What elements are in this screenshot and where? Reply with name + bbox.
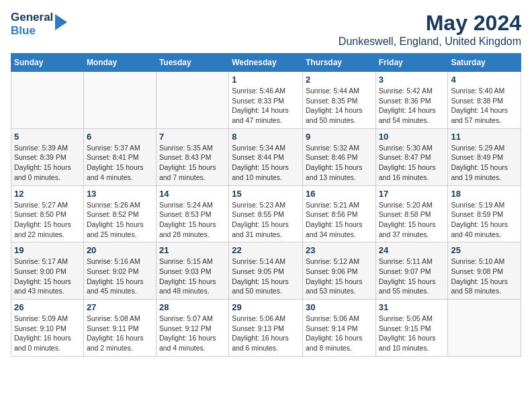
calendar-cell: 2Sunrise: 5:44 AMSunset: 8:35 PMDaylight… — [302, 72, 375, 129]
day-info: Sunrise: 5:26 AMSunset: 8:52 PMDaylight:… — [87, 200, 153, 240]
col-header-tuesday: Tuesday — [156, 54, 228, 72]
day-info: Sunrise: 5:27 AMSunset: 8:50 PMDaylight:… — [14, 200, 81, 240]
calendar-week-row: 12Sunrise: 5:27 AMSunset: 8:50 PMDayligh… — [11, 185, 521, 242]
day-number: 28 — [159, 302, 226, 312]
calendar-cell: 21Sunrise: 5:15 AMSunset: 9:03 PMDayligh… — [156, 242, 228, 300]
day-number: 30 — [306, 302, 373, 312]
day-number: 18 — [451, 189, 518, 199]
calendar-cell: 6Sunrise: 5:37 AMSunset: 8:41 PMDaylight… — [83, 128, 156, 185]
day-number: 20 — [87, 245, 153, 255]
col-header-wednesday: Wednesday — [229, 54, 303, 72]
day-info: Sunrise: 5:20 AMSunset: 8:58 PMDaylight:… — [379, 200, 445, 240]
day-info: Sunrise: 5:32 AMSunset: 8:46 PMDaylight:… — [306, 143, 373, 183]
calendar-cell — [156, 72, 228, 129]
day-number: 3 — [379, 75, 445, 85]
calendar-cell: 23Sunrise: 5:12 AMSunset: 9:06 PMDayligh… — [302, 242, 375, 300]
calendar-cell: 30Sunrise: 5:06 AMSunset: 9:14 PMDayligh… — [302, 300, 375, 357]
day-number: 24 — [379, 245, 445, 255]
col-header-sunday: Sunday — [11, 54, 84, 72]
day-info: Sunrise: 5:42 AMSunset: 8:36 PMDaylight:… — [379, 86, 445, 126]
calendar-cell: 31Sunrise: 5:05 AMSunset: 9:15 PMDayligh… — [375, 300, 448, 357]
calendar-cell: 8Sunrise: 5:34 AMSunset: 8:44 PMDaylight… — [229, 128, 303, 185]
day-number: 23 — [306, 245, 373, 255]
day-info: Sunrise: 5:07 AMSunset: 9:12 PMDaylight:… — [159, 314, 226, 353]
day-info: Sunrise: 5:14 AMSunset: 9:05 PMDaylight:… — [232, 257, 300, 296]
calendar-week-row: 19Sunrise: 5:17 AMSunset: 9:00 PMDayligh… — [11, 242, 521, 300]
calendar-week-row: 1Sunrise: 5:46 AMSunset: 8:33 PMDaylight… — [11, 72, 521, 129]
day-number: 2 — [306, 75, 373, 85]
day-info: Sunrise: 5:05 AMSunset: 9:15 PMDaylight:… — [379, 314, 445, 353]
logo-line2: Blue — [11, 24, 53, 38]
day-number: 19 — [14, 245, 81, 255]
day-number: 10 — [379, 132, 445, 142]
calendar-cell: 18Sunrise: 5:19 AMSunset: 8:59 PMDayligh… — [448, 185, 521, 242]
day-info: Sunrise: 5:23 AMSunset: 8:55 PMDaylight:… — [232, 200, 300, 240]
day-number: 21 — [159, 245, 226, 255]
day-info: Sunrise: 5:39 AMSunset: 8:39 PMDaylight:… — [14, 143, 81, 183]
day-number: 26 — [14, 302, 81, 312]
day-info: Sunrise: 5:21 AMSunset: 8:56 PMDaylight:… — [306, 200, 373, 240]
calendar-cell: 25Sunrise: 5:10 AMSunset: 9:08 PMDayligh… — [448, 242, 521, 300]
calendar-cell: 5Sunrise: 5:39 AMSunset: 8:39 PMDaylight… — [11, 128, 84, 185]
day-number: 27 — [87, 302, 153, 312]
day-info: Sunrise: 5:06 AMSunset: 9:14 PMDaylight:… — [306, 314, 373, 353]
day-number: 1 — [232, 75, 300, 85]
calendar-cell: 7Sunrise: 5:35 AMSunset: 8:43 PMDaylight… — [156, 128, 228, 185]
day-number: 12 — [14, 189, 81, 199]
day-info: Sunrise: 5:12 AMSunset: 9:06 PMDaylight:… — [306, 257, 373, 296]
day-number: 6 — [87, 132, 153, 142]
calendar-table: SundayMondayTuesdayWednesdayThursdayFrid… — [11, 53, 521, 357]
calendar-cell: 4Sunrise: 5:40 AMSunset: 8:38 PMDaylight… — [448, 72, 521, 129]
day-number: 17 — [379, 189, 445, 199]
logo-line1: General — [11, 11, 53, 24]
calendar-cell — [11, 72, 84, 129]
col-header-friday: Friday — [375, 54, 448, 72]
col-header-saturday: Saturday — [448, 54, 521, 72]
day-info: Sunrise: 5:16 AMSunset: 9:02 PMDaylight:… — [87, 257, 153, 296]
day-number: 7 — [159, 132, 226, 142]
day-info: Sunrise: 5:10 AMSunset: 9:08 PMDaylight:… — [451, 257, 518, 296]
page-header: General Blue May 2024 Dunkeswell, Englan… — [11, 11, 521, 48]
day-number: 8 — [232, 132, 300, 142]
calendar-cell: 20Sunrise: 5:16 AMSunset: 9:02 PMDayligh… — [83, 242, 156, 300]
day-number: 25 — [451, 245, 518, 255]
calendar-cell: 27Sunrise: 5:08 AMSunset: 9:11 PMDayligh… — [83, 300, 156, 357]
day-info: Sunrise: 5:11 AMSunset: 9:07 PMDaylight:… — [379, 257, 445, 296]
day-number: 22 — [232, 245, 300, 255]
calendar-header-row: SundayMondayTuesdayWednesdayThursdayFrid… — [11, 54, 521, 72]
day-info: Sunrise: 5:46 AMSunset: 8:33 PMDaylight:… — [232, 86, 300, 126]
calendar-cell: 17Sunrise: 5:20 AMSunset: 8:58 PMDayligh… — [375, 185, 448, 242]
day-info: Sunrise: 5:34 AMSunset: 8:44 PMDaylight:… — [232, 143, 300, 183]
calendar-cell — [83, 72, 156, 129]
calendar-cell: 16Sunrise: 5:21 AMSunset: 8:56 PMDayligh… — [302, 185, 375, 242]
day-number: 31 — [379, 302, 445, 312]
day-info: Sunrise: 5:06 AMSunset: 9:13 PMDaylight:… — [232, 314, 300, 353]
calendar-cell: 22Sunrise: 5:14 AMSunset: 9:05 PMDayligh… — [229, 242, 303, 300]
col-header-monday: Monday — [83, 54, 156, 72]
day-info: Sunrise: 5:19 AMSunset: 8:59 PMDaylight:… — [451, 200, 518, 240]
day-number: 5 — [14, 132, 81, 142]
day-info: Sunrise: 5:08 AMSunset: 9:11 PMDaylight:… — [87, 314, 153, 353]
col-header-thursday: Thursday — [302, 54, 375, 72]
day-info: Sunrise: 5:40 AMSunset: 8:38 PMDaylight:… — [451, 86, 518, 126]
calendar-cell — [448, 300, 521, 357]
location-title: Dunkeswell, England, United Kingdom — [339, 36, 521, 48]
day-number: 4 — [451, 75, 518, 85]
calendar-cell: 14Sunrise: 5:24 AMSunset: 8:53 PMDayligh… — [156, 185, 228, 242]
calendar-cell: 11Sunrise: 5:29 AMSunset: 8:49 PMDayligh… — [448, 128, 521, 185]
calendar-cell: 29Sunrise: 5:06 AMSunset: 9:13 PMDayligh… — [229, 300, 303, 357]
day-info: Sunrise: 5:29 AMSunset: 8:49 PMDaylight:… — [451, 143, 518, 183]
calendar-cell: 9Sunrise: 5:32 AMSunset: 8:46 PMDaylight… — [302, 128, 375, 185]
calendar-cell: 15Sunrise: 5:23 AMSunset: 8:55 PMDayligh… — [229, 185, 303, 242]
calendar-cell: 13Sunrise: 5:26 AMSunset: 8:52 PMDayligh… — [83, 185, 156, 242]
day-info: Sunrise: 5:44 AMSunset: 8:35 PMDaylight:… — [306, 86, 373, 126]
day-info: Sunrise: 5:15 AMSunset: 9:03 PMDaylight:… — [159, 257, 226, 296]
title-block: May 2024 Dunkeswell, England, United Kin… — [339, 11, 521, 48]
calendar-cell: 10Sunrise: 5:30 AMSunset: 8:47 PMDayligh… — [375, 128, 448, 185]
calendar-cell: 12Sunrise: 5:27 AMSunset: 8:50 PMDayligh… — [11, 185, 84, 242]
day-info: Sunrise: 5:09 AMSunset: 9:10 PMDaylight:… — [14, 314, 81, 353]
day-number: 29 — [232, 302, 300, 312]
calendar-cell: 3Sunrise: 5:42 AMSunset: 8:36 PMDaylight… — [375, 72, 448, 129]
calendar-cell: 28Sunrise: 5:07 AMSunset: 9:12 PMDayligh… — [156, 300, 228, 357]
calendar-cell: 19Sunrise: 5:17 AMSunset: 9:00 PMDayligh… — [11, 242, 84, 300]
